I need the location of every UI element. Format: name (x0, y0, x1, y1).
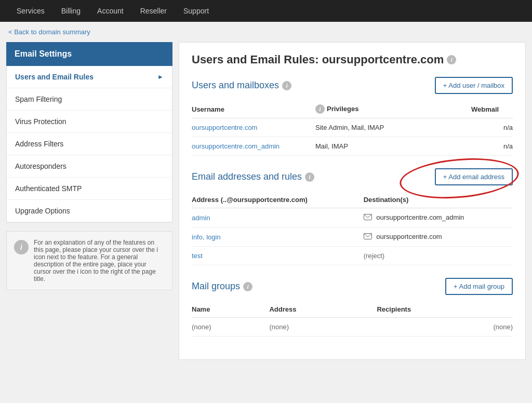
webmail-column-header: Webmail (471, 100, 513, 118)
destination-column-header: Destination(s) (364, 192, 513, 208)
email-section-info-icon[interactable]: i (305, 172, 314, 182)
username-link[interactable]: oursupportcentre.com (192, 124, 257, 131)
back-to-domain-link[interactable]: < Back to domain summary (8, 28, 90, 36)
add-user-mailbox-button[interactable]: + Add user / mailbox (435, 77, 513, 94)
group-address-cell: (none) (269, 318, 377, 337)
destination-cell: oursupportcentre.com_admin (364, 208, 513, 227)
mail-groups-section-title: Mail groups i (192, 281, 252, 292)
email-section-header: Email addresses and rules i + Add email … (192, 168, 513, 185)
email-address-link[interactable]: info, login (192, 233, 221, 241)
privileges-cell: Site Admin, Mail, IMAP (315, 118, 471, 137)
username-column-header: Username (192, 100, 315, 118)
page-title-info-icon[interactable]: i (447, 55, 456, 64)
sidebar-title: Email Settings (6, 42, 172, 66)
sidebar-item-label: Upgrade Options (15, 207, 70, 215)
address-column-header: Address (..@oursupportcentre.com) (192, 192, 364, 208)
email-table: Address (..@oursupportcentre.com) Destin… (192, 192, 513, 265)
add-mail-group-button[interactable]: + Add mail group (445, 278, 513, 295)
table-row: oursupportcentre.com Site Admin, Mail, I… (192, 118, 513, 137)
chevron-right-icon: ► (157, 73, 164, 80)
table-row: info, login oursupportcentre.com (192, 227, 513, 247)
sidebar-item-label: Autoresponders (15, 162, 66, 170)
sidebar: Email Settings Users and Email Rules ► S… (6, 42, 172, 360)
privileges-column-header: iPrivileges (315, 100, 471, 118)
email-address-link[interactable]: admin (192, 214, 210, 222)
sidebar-item-spam-filtering[interactable]: Spam Filtering (7, 88, 172, 111)
mail-groups-section-header: Mail groups i + Add mail group (192, 278, 513, 295)
users-section-header: Users and mailboxes i + Add user / mailb… (192, 77, 513, 94)
add-email-address-button[interactable]: + Add email address (435, 168, 513, 185)
group-recipients-cell: (none) (377, 318, 513, 337)
page-title-text: Users and Email Rules: oursupportcentre.… (192, 53, 444, 66)
sidebar-item-users-email-rules[interactable]: Users and Email Rules ► (7, 66, 172, 88)
sidebar-item-virus-protection[interactable]: Virus Protection (7, 111, 172, 133)
nav-billing[interactable]: Billing (53, 0, 89, 22)
table-row: test (reject) (192, 247, 513, 265)
mail-icon (364, 214, 372, 222)
mail-groups-title-text: Mail groups (192, 281, 240, 292)
page-title: Users and Email Rules: oursupportcentre.… (192, 53, 513, 66)
destination-cell: oursupportcentre.com (364, 227, 513, 247)
recipients-column-header: Recipients (377, 301, 513, 318)
privileges-cell: Mail, IMAP (315, 137, 471, 156)
mail-groups-info-icon[interactable]: i (243, 282, 252, 291)
sidebar-item-label: Authenticated SMTP (15, 184, 82, 193)
top-nav: Services Billing Account Reseller Suppor… (0, 0, 532, 22)
username-link[interactable]: oursupportcentre.com_admin (192, 142, 280, 150)
mail-groups-table: Name Address Recipients (none) (none) (n… (192, 301, 513, 337)
webmail-cell: n/a (471, 137, 513, 156)
sidebar-item-address-filters[interactable]: Address Filters (7, 133, 172, 155)
email-section-title: Email addresses and rules i (192, 171, 314, 182)
privileges-info-icon[interactable]: i (315, 104, 325, 114)
nav-account[interactable]: Account (89, 0, 132, 22)
sidebar-menu: Users and Email Rules ► Spam Filtering V… (6, 66, 172, 223)
nav-services[interactable]: Services (8, 0, 53, 22)
main-content: Users and Email Rules: oursupportcentre.… (179, 42, 526, 360)
sidebar-item-upgrade-options[interactable]: Upgrade Options (7, 200, 172, 222)
address-column-header: Address (269, 301, 377, 318)
name-column-header: Name (192, 301, 269, 318)
back-link-container: < Back to domain summary (0, 22, 532, 42)
info-icon: i (14, 240, 29, 254)
email-section-title-text: Email addresses and rules (192, 171, 302, 182)
sidebar-item-label: Users and Email Rules (15, 73, 94, 81)
users-section-info-icon[interactable]: i (282, 81, 291, 90)
sidebar-item-label: Spam Filtering (15, 95, 62, 103)
group-name-cell: (none) (192, 318, 269, 337)
sidebar-item-label: Address Filters (15, 140, 63, 148)
add-email-button-container: + Add email address (435, 168, 513, 185)
email-address-link[interactable]: test (192, 252, 203, 260)
users-section-title: Users and mailboxes i (192, 80, 291, 91)
table-row: admin oursupportcentre.com_admin (192, 208, 513, 227)
users-section-title-text: Users and mailboxes (192, 80, 279, 91)
nav-support[interactable]: Support (175, 0, 217, 22)
webmail-cell: n/a (471, 118, 513, 137)
nav-reseller[interactable]: Reseller (132, 0, 175, 22)
destination-cell: (reject) (364, 247, 513, 265)
mail-icon (364, 233, 372, 241)
sidebar-item-authenticated-smtp[interactable]: Authenticated SMTP (7, 178, 172, 200)
sidebar-item-label: Virus Protection (15, 117, 66, 126)
users-table: Username iPrivileges Webmail oursupportc… (192, 100, 513, 156)
table-row: (none) (none) (none) (192, 318, 513, 337)
sidebar-item-autoresponders[interactable]: Autoresponders (7, 155, 172, 178)
sidebar-info-box: i For an explanation of any of the featu… (6, 231, 172, 290)
main-layout: Email Settings Users and Email Rules ► S… (0, 42, 532, 366)
sidebar-info-text: For an explanation of any of the feature… (34, 239, 165, 283)
table-row: oursupportcentre.com_admin Mail, IMAP n/… (192, 137, 513, 156)
